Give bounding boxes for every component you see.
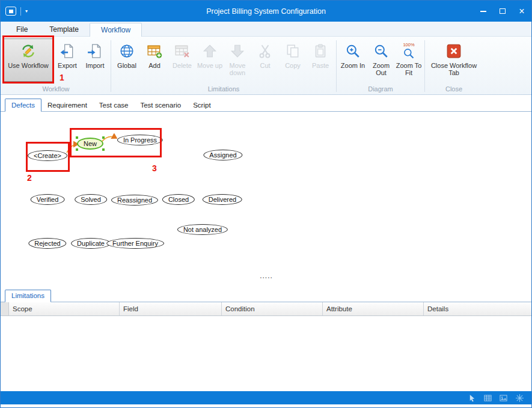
ribbon-separator	[424, 40, 425, 92]
tab-limitations[interactable]: Limitations	[5, 290, 51, 302]
copy-button: Copy	[279, 38, 307, 82]
app-window: ▾ Project Billing System Configuration ×…	[0, 0, 532, 408]
use-workflow-icon	[20, 41, 36, 61]
ribbon-group-diagram: Zoom In Zoom Out 100%	[337, 38, 424, 94]
selection-handle[interactable]	[76, 148, 78, 151]
limitations-table-body[interactable]	[1, 316, 531, 391]
state-create[interactable]: <Create>	[28, 150, 67, 161]
tab-file[interactable]: File	[5, 23, 38, 36]
ribbon-group-workflow: Use Workflow Export	[2, 38, 110, 94]
add-label: Add	[148, 62, 161, 69]
diagram-ellipsis: .....	[260, 272, 273, 280]
export-icon	[60, 41, 75, 61]
workflow-diagram-canvas[interactable]: <Create> New In Progress Assigned Verifi…	[1, 112, 531, 288]
use-workflow-button[interactable]: Use Workflow	[3, 38, 54, 82]
state-solved[interactable]: Solved	[75, 194, 107, 205]
window-footer-strip	[1, 404, 531, 407]
globe-icon	[119, 41, 135, 61]
global-button[interactable]: Global	[113, 38, 141, 82]
zoom-to-fit-label: Zoom To Fit	[396, 62, 422, 76]
tab-defects[interactable]: Defects	[5, 99, 41, 112]
tab-test-case[interactable]: Test case	[93, 99, 135, 111]
column-header-condition[interactable]: Condition	[222, 302, 323, 315]
zoom-out-button[interactable]: Zoom Out	[367, 38, 395, 82]
column-header-scope[interactable]: Scope	[9, 302, 120, 315]
select-tool-icon[interactable]	[468, 394, 476, 402]
zoom-out-icon	[373, 41, 389, 61]
close-button[interactable]: ×	[512, 1, 531, 22]
limitations-tab-strip: Limitations	[1, 288, 531, 302]
tab-script[interactable]: Script	[187, 99, 216, 111]
add-grid-icon	[147, 41, 162, 61]
zoom-out-label: Zoom Out	[368, 62, 394, 76]
zoom-to-fit-icon: 100%	[403, 41, 415, 61]
state-delivered[interactable]: Delivered	[203, 194, 242, 205]
annotation-number-3: 3	[152, 163, 157, 173]
move-up-button: Move up	[196, 38, 224, 82]
selection-handle[interactable]	[76, 136, 78, 139]
paste-button: Paste	[307, 38, 334, 82]
state-reassigned[interactable]: Reassigned	[111, 195, 158, 206]
ribbon-tab-strip: File Template Workflow	[1, 22, 531, 37]
clipboard-icon	[313, 41, 328, 61]
state-new[interactable]: New	[77, 138, 103, 150]
export-button[interactable]: Export	[54, 38, 81, 82]
close-workflow-tab-button[interactable]: Close Workflow Tab	[427, 38, 481, 82]
state-further-enquiry[interactable]: Further Enquiry	[106, 238, 164, 249]
minimize-button[interactable]	[474, 1, 493, 22]
zoom-in-button[interactable]: Zoom In	[338, 38, 367, 82]
ribbon-separator	[336, 40, 337, 92]
state-new-label: New	[84, 140, 97, 147]
quick-access-chevron-icon[interactable]: ▾	[25, 9, 28, 14]
tab-requirement[interactable]: Requirement	[41, 99, 93, 111]
state-closed[interactable]: Closed	[162, 194, 195, 205]
state-not-analyzed[interactable]: Not analyzed	[177, 224, 228, 235]
add-button[interactable]: Add	[141, 38, 168, 82]
ribbon: Use Workflow Export	[1, 37, 531, 95]
image-view-icon[interactable]	[500, 394, 507, 402]
app-icon[interactable]	[5, 7, 16, 16]
import-label: Import	[85, 62, 104, 69]
minimize-icon	[480, 11, 486, 12]
column-header-attribute[interactable]: Attribute	[323, 302, 424, 315]
grid-view-icon[interactable]	[484, 394, 492, 402]
delete-button: Delete	[168, 38, 196, 82]
column-header-details[interactable]: Details	[424, 302, 531, 315]
scissors-icon	[257, 41, 273, 61]
zoom-to-fit-button[interactable]: 100% Zoom To Fit	[395, 38, 423, 82]
state-duplicate[interactable]: Duplicate	[71, 238, 111, 249]
selection-handle[interactable]	[102, 136, 105, 139]
maximize-button[interactable]	[493, 1, 512, 22]
close-workflow-tab-label: Close Workflow Tab	[427, 62, 480, 76]
annotation-number-2: 2	[27, 173, 32, 183]
maximize-icon	[500, 8, 506, 14]
zoom-in-icon	[345, 41, 361, 61]
state-assigned[interactable]: Assigned	[203, 150, 242, 160]
cut-label: Cut	[260, 62, 270, 69]
ribbon-group-close: Close Workflow Tab Close	[426, 38, 482, 94]
state-rejected[interactable]: Rejected	[28, 238, 66, 249]
diagram-overview-icon[interactable]	[515, 394, 524, 403]
window-controls: ×	[474, 1, 531, 22]
column-header-field[interactable]: Field	[120, 302, 222, 315]
zoom-in-label: Zoom In	[341, 62, 365, 69]
cut-button: Cut	[251, 38, 279, 82]
state-in-progress[interactable]: In Progress	[117, 135, 163, 145]
close-icon: ×	[519, 7, 524, 16]
tab-workflow[interactable]: Workflow	[90, 23, 142, 37]
selection-handle[interactable]	[102, 148, 105, 151]
import-icon	[87, 41, 103, 61]
state-verified[interactable]: Verified	[31, 194, 65, 205]
tab-test-scenario[interactable]: Test scenario	[134, 99, 187, 111]
move-up-label: Move up	[197, 62, 222, 69]
status-bar	[1, 391, 531, 404]
group-label-diagram: Diagram	[337, 85, 424, 94]
title-bar: ▾ Project Billing System Configuration ×	[1, 1, 531, 22]
document-tab-strip: Defects Requirement Test case Test scena…	[1, 95, 531, 112]
use-workflow-label: Use Workflow	[8, 62, 49, 69]
copy-pages-icon	[285, 41, 301, 61]
tab-template[interactable]: Template	[38, 23, 90, 36]
group-label-close: Close	[426, 85, 482, 94]
global-label: Global	[117, 62, 136, 69]
import-button[interactable]: Import	[81, 38, 109, 82]
